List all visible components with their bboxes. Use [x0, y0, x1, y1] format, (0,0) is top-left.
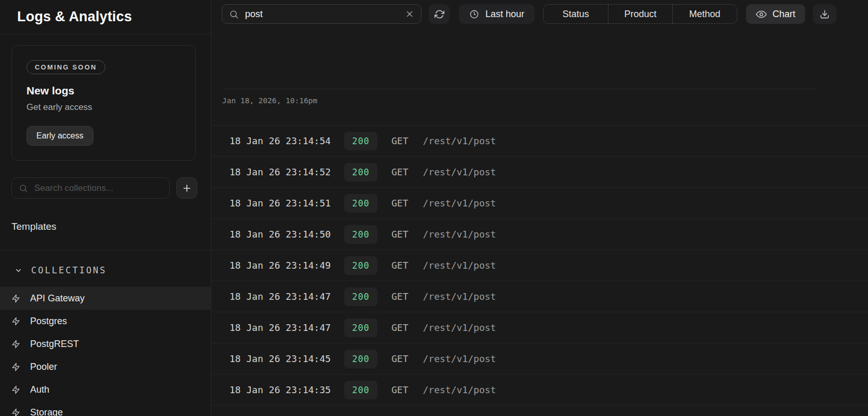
log-path: /rest/v1/post [423, 291, 496, 302]
collection-zap-icon [11, 294, 20, 303]
log-method: GET [391, 229, 409, 240]
log-path: /rest/v1/post [423, 229, 496, 240]
toolbar: Last hour Status Product Method Chart [222, 4, 868, 24]
collection-item-label: Pooler [30, 362, 57, 372]
log-timestamp: 18 Jan 26 23:14:50 [229, 229, 344, 240]
log-row[interactable]: 18 Jan 26 23:14:52 200 GET /rest/v1/post [211, 157, 868, 188]
collection-item-label: Storage [30, 407, 63, 416]
sidebar-item-templates[interactable]: Templates [0, 221, 211, 232]
collections-search-box [11, 177, 170, 199]
log-search-box [222, 4, 422, 24]
collection-item-api-gateway[interactable]: API Gateway [0, 287, 211, 310]
chevron-down-icon [15, 267, 22, 274]
refresh-icon [435, 9, 444, 19]
collection-zap-icon [11, 408, 20, 416]
log-row[interactable]: 18 Jan 26 23:14:50 200 GET /rest/v1/post [211, 219, 868, 250]
log-method: GET [391, 291, 409, 302]
log-row[interactable]: 18 Jan 26 23:14:54 200 GET /rest/v1/post [211, 126, 868, 157]
collection-zap-icon [11, 340, 20, 349]
filter-button-label: Status [563, 9, 589, 20]
log-path: /rest/v1/post [423, 384, 496, 395]
log-table: 18 Jan 26 23:14:54 200 GET /rest/v1/post… [211, 126, 868, 416]
eye-icon [756, 9, 767, 20]
status-badge: 200 [344, 132, 377, 150]
time-range-label: Last hour [485, 9, 524, 20]
sidebar-divider [0, 250, 211, 251]
promo-card: COMING SOON New logs Get early access Ea… [11, 45, 196, 161]
add-collection-button[interactable] [177, 177, 197, 199]
log-row[interactable]: 18 Jan 26 23:14:51 200 GET /rest/v1/post [211, 188, 868, 219]
collections-search-row [11, 177, 197, 199]
collection-item-storage[interactable]: Storage [0, 401, 211, 416]
log-timestamp: 18 Jan 26 23:14:47 [229, 291, 344, 302]
collection-item-label: Auth [30, 384, 49, 395]
collection-item-label: Postgres [30, 316, 67, 327]
status-badge: 200 [344, 318, 377, 337]
collection-item-pooler[interactable]: Pooler [0, 355, 211, 378]
chart-area [211, 24, 868, 89]
log-path: /rest/v1/post [423, 260, 496, 271]
collection-item-auth[interactable]: Auth [0, 378, 211, 401]
collections-section-header[interactable]: COLLECTIONS [0, 264, 211, 276]
status-badge: 200 [344, 256, 377, 275]
collection-item-label: PostgREST [30, 339, 79, 350]
promo-subtitle: Get early access [26, 102, 181, 113]
main-content: Last hour Status Product Method Chart [211, 0, 868, 416]
collection-zap-icon [11, 363, 20, 371]
time-range-button[interactable]: Last hour [459, 4, 535, 24]
log-method: GET [391, 260, 409, 271]
log-path: /rest/v1/post [423, 135, 496, 146]
clear-search-icon[interactable] [405, 9, 414, 19]
log-timestamp: 18 Jan 26 23:14:51 [229, 198, 344, 209]
log-path: /rest/v1/post [423, 167, 496, 177]
log-method: GET [391, 322, 409, 333]
status-badge: 200 [344, 163, 377, 182]
collections-search-input[interactable] [33, 183, 162, 194]
refresh-button[interactable] [429, 4, 450, 24]
status-badge: 200 [344, 287, 377, 306]
log-timestamp: 18 Jan 26 23:14:52 [229, 167, 344, 177]
status-badge: 200 [344, 194, 377, 213]
filter-button-product[interactable]: Product [608, 5, 672, 23]
download-icon [820, 9, 830, 19]
log-method: GET [391, 198, 409, 209]
log-timestamp: 18 Jan 26 23:14:54 [229, 135, 344, 146]
log-path: /rest/v1/post [423, 198, 496, 209]
promo-title: New logs [26, 85, 181, 97]
status-badge: 200 [344, 350, 377, 368]
filter-button-method[interactable]: Method [672, 5, 737, 23]
collections-list: API Gateway Postgres PostgREST Pooler Au… [0, 287, 211, 416]
search-icon [19, 184, 28, 193]
log-path: /rest/v1/post [423, 322, 496, 333]
log-method: GET [391, 135, 409, 146]
log-row[interactable]: 18 Jan 26 23:14:47 200 GET /rest/v1/post [211, 281, 868, 312]
collection-item-postgres[interactable]: Postgres [0, 310, 211, 332]
app-root: Logs & Analytics COMING SOON New logs Ge… [0, 0, 868, 416]
collection-item-postgrest[interactable]: PostgREST [0, 332, 211, 355]
chart-button-label: Chart [772, 9, 795, 20]
plus-icon [182, 183, 192, 193]
log-date-label: Jan 18, 2026, 10:16pm [222, 96, 317, 105]
collection-zap-icon [11, 385, 20, 394]
filter-button-label: Product [625, 9, 657, 20]
page-title: Logs & Analytics [17, 9, 132, 25]
log-row[interactable]: 18 Jan 26 23:14:47 200 GET /rest/v1/post [211, 312, 868, 343]
collection-item-label: API Gateway [30, 293, 85, 304]
chart-toggle-button[interactable]: Chart [746, 4, 805, 24]
filter-button-label: Method [689, 9, 721, 20]
log-row[interactable]: 18 Jan 26 23:14:49 200 GET /rest/v1/post [211, 250, 868, 281]
sidebar: Logs & Analytics COMING SOON New logs Ge… [0, 0, 211, 416]
log-search-input[interactable] [244, 8, 405, 20]
status-badge: 200 [344, 225, 377, 244]
log-row[interactable]: 18 Jan 26 23:14:35 200 GET /rest/v1/post [211, 375, 868, 406]
early-access-button[interactable]: Early access [26, 126, 93, 146]
filter-button-status[interactable]: Status [544, 5, 608, 23]
status-badge: 200 [344, 381, 377, 399]
log-timestamp: 18 Jan 26 23:14:45 [229, 353, 344, 364]
search-icon [229, 9, 239, 19]
log-timestamp: 18 Jan 26 23:14:47 [229, 322, 344, 333]
download-button[interactable] [813, 4, 836, 24]
log-date-header: Jan 18, 2026, 10:16pm [211, 89, 868, 126]
sidebar-header: Logs & Analytics [0, 0, 211, 34]
log-row[interactable]: 18 Jan 26 23:14:45 200 GET /rest/v1/post [211, 343, 868, 375]
